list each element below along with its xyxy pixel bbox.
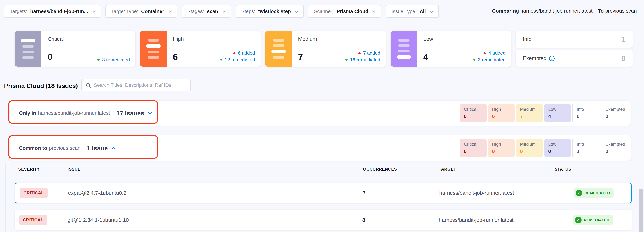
group-only-in-latest[interactable]: Only in harness/bandit-job-runner:latest… xyxy=(10,101,631,126)
filter-scanner[interactable]: Scanner: Prisma Cloud xyxy=(308,5,381,18)
comparing-baseline: previous scan xyxy=(605,8,637,14)
low-summary-card[interactable]: Low 4 4 added 3 remediated xyxy=(390,31,511,67)
status-badge: ✓ REMEDIATED xyxy=(574,188,614,198)
filter-value: twistlock step xyxy=(258,9,291,14)
remediated-link[interactable]: 16 remediated xyxy=(344,57,380,63)
card-count: 1 xyxy=(622,35,626,44)
triangle-down-icon xyxy=(344,59,348,61)
card-count: 4 xyxy=(424,52,428,62)
chip-medium: Medium0 xyxy=(516,139,543,157)
occurrences-count: 8 xyxy=(362,217,365,223)
filter-value: Prisma Cloud xyxy=(336,9,368,14)
group-issue-count: 1 Issue xyxy=(87,145,108,152)
table-left-rail xyxy=(6,163,6,232)
filter-label: Stages: xyxy=(187,9,204,14)
card-count: 0 xyxy=(622,54,626,63)
card-count: 0 xyxy=(48,52,52,62)
chevron-down-icon[interactable] xyxy=(148,110,152,114)
chip-low: Low0 xyxy=(544,139,571,157)
severity-badge: CRITICAL xyxy=(20,188,48,198)
card-label: Exempted xyxy=(523,55,546,61)
table-row[interactable]: CRITICAL expat@2.4.7-1ubuntu0.2 7 harnes… xyxy=(14,183,632,203)
filter-value: scan xyxy=(207,9,218,14)
issue-name: git@1:2.34.1-1ubuntu1.10 xyxy=(68,217,129,223)
column-header-status: STATUS xyxy=(554,167,572,172)
chip-low: Low4 xyxy=(544,104,571,122)
added-link[interactable]: 4 added xyxy=(483,50,506,56)
severity-chips: Critical0 High0 Medium0 Low0 Info1 Exemp… xyxy=(460,139,628,157)
card-label: High xyxy=(173,36,254,42)
critical-summary-card[interactable]: Critical 0 3 remediated xyxy=(15,31,135,67)
group-common-to-previous[interactable]: Common to previous scan 1 Issue Critical… xyxy=(10,135,631,161)
added-link[interactable]: 6 added xyxy=(232,50,255,56)
card-count: 6 xyxy=(173,52,178,62)
vertical-scrollbar[interactable] xyxy=(639,189,643,232)
filter-label: Scanner: xyxy=(314,9,334,14)
remediated-link[interactable]: 12 remediated xyxy=(219,57,255,63)
severity-chips: Critical0 High6 Medium7 Low4 Info0 Exemp… xyxy=(460,104,628,122)
info-summary-card[interactable]: Info 1 xyxy=(516,31,632,48)
filter-value: Container xyxy=(141,9,164,14)
low-severity-icon xyxy=(390,31,417,67)
chip-high: High6 xyxy=(488,104,515,122)
comparing-summary: Comparing harness/bandit-job-runner:late… xyxy=(492,8,637,14)
triangle-up-icon xyxy=(358,52,362,54)
card-label: Critical xyxy=(48,36,129,42)
status-badge: ✓ REMEDIATED xyxy=(573,215,613,225)
chevron-down-icon xyxy=(222,9,226,12)
group-target-name: previous scan xyxy=(49,145,81,151)
card-count: 7 xyxy=(298,52,303,62)
table-row[interactable]: CRITICAL git@1:2.34.1-1ubuntu1.10 8 harn… xyxy=(14,210,632,230)
chevron-up-icon[interactable] xyxy=(111,147,116,151)
filter-label: Targets: xyxy=(10,9,27,14)
triangle-up-icon xyxy=(483,52,486,54)
table-header: SEVERITY ISSUE OCCURRENCES TARGET STATUS xyxy=(0,167,644,173)
search-input[interactable] xyxy=(94,83,187,88)
exempted-summary-card[interactable]: Exempted i 0 xyxy=(516,50,632,67)
remediated-link[interactable]: 3 remediated xyxy=(472,57,506,63)
filter-label: Issue Type: xyxy=(392,9,417,14)
filter-targets[interactable]: Targets: harness/bandit-job-run... xyxy=(4,5,101,18)
triangle-down-icon xyxy=(97,59,100,61)
card-label: Info xyxy=(523,36,532,42)
critical-severity-icon xyxy=(15,31,42,67)
chevron-down-icon xyxy=(372,9,376,12)
medium-severity-icon xyxy=(265,31,292,67)
triangle-down-icon xyxy=(219,59,223,61)
column-header-occurrences: OCCURRENCES xyxy=(363,167,397,172)
chip-exempted: Exempted0 xyxy=(601,139,628,157)
severity-badge: CRITICAL xyxy=(19,215,47,225)
filter-value: All xyxy=(420,9,426,14)
medium-summary-card[interactable]: Medium 7 7 added 16 remediated xyxy=(265,31,386,67)
info-tooltip-icon[interactable]: i xyxy=(549,56,554,61)
high-summary-card[interactable]: High 6 6 added 12 remediated xyxy=(140,31,261,67)
comparing-prefix: Comparing xyxy=(492,8,519,14)
search-box xyxy=(81,79,191,91)
filter-target-type[interactable]: Target Type: Container xyxy=(106,5,177,18)
chevron-down-icon xyxy=(295,9,298,12)
comparing-target: harness/bandit-job-runner:latest xyxy=(520,8,592,14)
filter-label: Steps: xyxy=(241,9,256,14)
severity-summary-row: Critical 0 3 remediated High 6 6 added xyxy=(15,31,632,67)
filter-steps[interactable]: Steps: twistlock step xyxy=(236,5,304,18)
triangle-up-icon xyxy=(232,52,236,54)
group-prefix: Only in xyxy=(19,110,36,116)
chip-info: Info1 xyxy=(572,139,600,157)
chip-critical: Critical0 xyxy=(460,104,486,122)
group-target-name: harness/bandit-job-runner:latest xyxy=(38,110,110,116)
filter-bar: Targets: harness/bandit-job-run... Targe… xyxy=(4,5,439,18)
target-name: harness/bandit-job-runner:latest xyxy=(439,217,514,223)
chip-info: Info0 xyxy=(572,104,600,122)
remediated-link[interactable]: 3 remediated xyxy=(97,57,130,63)
check-circle-icon: ✓ xyxy=(575,217,582,223)
column-header-severity: SEVERITY xyxy=(18,167,40,172)
page-title: Prisma Cloud (18 Issues) xyxy=(4,82,78,89)
filter-label: Target Type: xyxy=(111,9,138,14)
issue-name: expat@2.4.7-1ubuntu0.2 xyxy=(68,190,126,196)
search-icon xyxy=(86,82,91,88)
filter-issue-type[interactable]: Issue Type: All xyxy=(386,5,439,18)
chip-high: High0 xyxy=(488,139,515,157)
filter-stages[interactable]: Stages: scan xyxy=(182,5,231,18)
column-header-issue: ISSUE xyxy=(68,167,81,172)
added-link[interactable]: 7 added xyxy=(358,50,380,56)
